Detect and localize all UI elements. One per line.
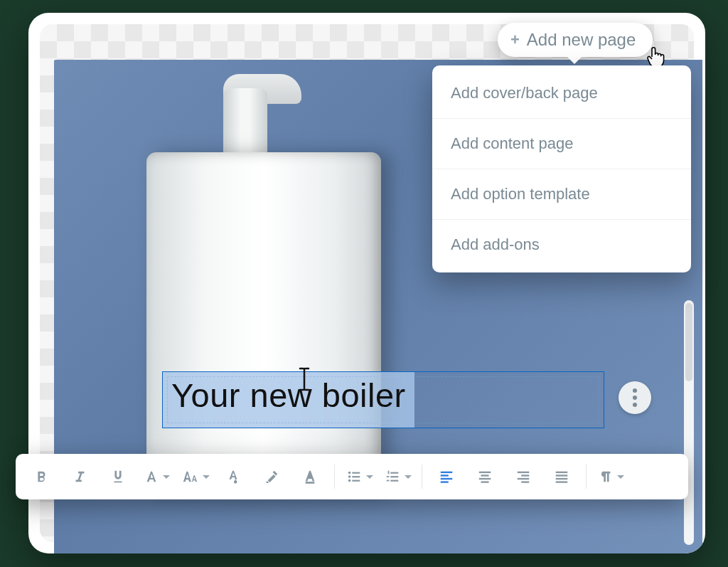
bullet-list-icon bbox=[346, 469, 363, 484]
align-justify-icon bbox=[553, 469, 570, 484]
align-center-icon bbox=[476, 469, 493, 484]
align-justify-button[interactable] bbox=[543, 460, 580, 493]
align-right-icon bbox=[515, 469, 532, 484]
svg-point-5 bbox=[348, 479, 350, 482]
bold-button[interactable] bbox=[23, 460, 60, 493]
svg-rect-26 bbox=[556, 475, 568, 476]
svg-rect-7 bbox=[390, 472, 398, 474]
svg-rect-18 bbox=[481, 475, 489, 476]
text-box-value[interactable]: Your new boiler bbox=[163, 372, 414, 428]
svg-rect-22 bbox=[521, 475, 529, 476]
svg-rect-13 bbox=[441, 472, 453, 473]
italic-icon bbox=[72, 469, 87, 484]
underline-button[interactable] bbox=[100, 460, 136, 493]
menu-item-option-template[interactable]: Add option template bbox=[432, 169, 691, 219]
svg-rect-21 bbox=[518, 472, 530, 473]
add-page-menu: Add cover/back page Add content page Add… bbox=[432, 65, 691, 272]
svg-rect-14 bbox=[441, 475, 449, 476]
align-left-button[interactable] bbox=[428, 460, 465, 493]
underline-icon bbox=[110, 469, 126, 484]
svg-rect-23 bbox=[518, 478, 530, 479]
svg-rect-10 bbox=[387, 471, 389, 475]
toolbar-separator bbox=[586, 465, 587, 489]
svg-point-3 bbox=[348, 475, 350, 478]
numbered-list-icon bbox=[384, 469, 401, 484]
menu-item-add-ons[interactable]: Add add-ons bbox=[432, 219, 691, 270]
font-color-icon bbox=[225, 469, 241, 484]
clear-format-icon bbox=[302, 469, 318, 484]
highlight-icon bbox=[263, 469, 280, 484]
highlight-button[interactable] bbox=[253, 460, 290, 493]
svg-rect-16 bbox=[441, 481, 449, 482]
font-size-button[interactable] bbox=[176, 460, 213, 493]
align-center-button[interactable] bbox=[466, 460, 503, 493]
svg-rect-20 bbox=[481, 481, 489, 482]
paragraph-direction-button[interactable] bbox=[592, 460, 629, 493]
svg-rect-6 bbox=[352, 480, 360, 482]
vertical-scrollbar[interactable] bbox=[684, 300, 694, 545]
italic-button[interactable] bbox=[61, 460, 98, 493]
svg-rect-19 bbox=[479, 478, 491, 479]
boiler-body bbox=[146, 152, 381, 494]
boiler-flue bbox=[223, 88, 267, 157]
text-box[interactable]: Your new boiler bbox=[162, 371, 604, 428]
bold-icon bbox=[33, 469, 49, 484]
svg-rect-28 bbox=[556, 481, 568, 482]
svg-rect-27 bbox=[556, 478, 568, 479]
bullet-list-button[interactable] bbox=[341, 460, 378, 493]
add-new-page-label: Add new page bbox=[527, 30, 636, 50]
toolbar-separator bbox=[334, 465, 335, 489]
dot-icon bbox=[633, 403, 637, 407]
svg-rect-17 bbox=[479, 472, 491, 473]
clear-format-button[interactable] bbox=[291, 460, 328, 493]
menu-item-cover-back[interactable]: Add cover/back page bbox=[432, 68, 691, 118]
font-size-icon bbox=[181, 469, 199, 484]
svg-rect-9 bbox=[390, 480, 398, 482]
align-right-button[interactable] bbox=[505, 460, 542, 493]
plus-icon: + bbox=[510, 31, 520, 49]
align-left-icon bbox=[438, 469, 455, 484]
svg-rect-0 bbox=[306, 482, 315, 483]
toolbar-separator bbox=[422, 465, 422, 489]
svg-point-1 bbox=[348, 472, 350, 475]
font-color-button[interactable] bbox=[215, 460, 252, 493]
scrollbar-thumb[interactable] bbox=[685, 303, 692, 381]
menu-item-content-page[interactable]: Add content page bbox=[432, 118, 691, 169]
svg-rect-24 bbox=[521, 481, 529, 482]
svg-rect-25 bbox=[556, 472, 568, 473]
svg-rect-4 bbox=[352, 476, 360, 477]
svg-rect-11 bbox=[386, 476, 389, 477]
svg-rect-12 bbox=[386, 480, 389, 482]
svg-rect-15 bbox=[441, 478, 453, 479]
dot-icon bbox=[633, 396, 637, 400]
dot-icon bbox=[633, 388, 637, 393]
text-format-toolbar bbox=[16, 454, 688, 499]
font-family-button[interactable] bbox=[138, 460, 175, 493]
font-family-icon bbox=[144, 469, 159, 484]
svg-rect-8 bbox=[390, 476, 398, 477]
paragraph-direction-icon bbox=[598, 469, 614, 484]
more-options-button[interactable] bbox=[619, 381, 651, 414]
add-new-page-button[interactable]: + Add new page bbox=[498, 23, 653, 57]
svg-rect-2 bbox=[352, 472, 360, 474]
numbered-list-button[interactable] bbox=[379, 460, 416, 493]
